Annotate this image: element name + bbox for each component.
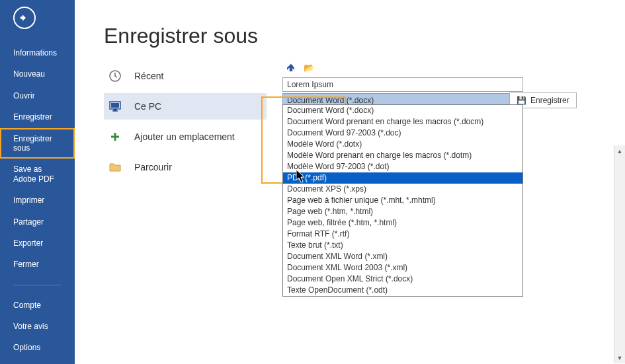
sidebar-item-9[interactable]: Fermer	[0, 254, 75, 275]
sidebar-divider	[13, 285, 62, 285]
save-disk-icon: 💾	[517, 96, 526, 105]
sidebar-item-7[interactable]: Partager	[0, 211, 75, 233]
format-option-0[interactable]: Document Word (*.docx)	[283, 105, 522, 116]
path-toolbar: 🡹 📂	[282, 63, 580, 73]
format-dropdown-list: Document Word (*.docx)Document Word pren…	[282, 104, 523, 297]
folder-open-icon[interactable]: 📂	[304, 63, 314, 73]
sidebar-lower-item-1[interactable]: Votre avis	[0, 316, 75, 337]
location-label: Parcourir	[134, 162, 172, 172]
clock-icon	[106, 69, 124, 83]
format-option-3[interactable]: Modèle Word (*.dotx)	[283, 139, 522, 150]
location-row-2[interactable]: Ajouter un emplacement	[104, 124, 267, 150]
format-option-6[interactable]: PDF (*.pdf)	[283, 172, 522, 184]
back-button[interactable]	[13, 7, 36, 29]
location-row-0[interactable]: Récent	[104, 63, 267, 89]
monitor-icon	[106, 100, 124, 113]
sidebar-lower-item-0[interactable]: Compte	[0, 295, 75, 316]
locations-panel: RécentCe PCAjouter un emplacementParcour…	[104, 63, 267, 180]
filename-input[interactable]: Lorem Ipsum	[282, 77, 523, 92]
format-option-11[interactable]: Format RTF (*.rtf)	[283, 229, 522, 240]
format-option-12[interactable]: Texte brut (*.txt)	[283, 240, 522, 251]
format-option-14[interactable]: Document XML Word 2003 (*.xml)	[283, 262, 522, 273]
sidebar-item-4[interactable]: Enregistrer sous	[0, 128, 75, 159]
plus-icon	[106, 130, 124, 143]
sidebar-lower-item-2[interactable]: Options	[0, 337, 75, 358]
format-option-10[interactable]: Page web, filtrée (*.htm, *.html)	[283, 217, 522, 229]
sidebar-item-1[interactable]: Nouveau	[0, 63, 75, 85]
sidebar-item-8[interactable]: Exporter	[0, 233, 75, 254]
scroll-down-icon[interactable]: ▼	[614, 352, 625, 363]
location-row-1[interactable]: Ce PC	[104, 93, 267, 120]
save-button-label: Enregistrer	[530, 96, 569, 105]
scroll-up-icon[interactable]: ▲	[614, 145, 625, 157]
format-option-5[interactable]: Modèle Word 97-2003 (*.dot)	[283, 161, 522, 172]
location-label: Ce PC	[134, 101, 161, 112]
format-option-2[interactable]: Document Word 97-2003 (*.doc)	[283, 127, 522, 139]
format-option-15[interactable]: Document Open XML Strict (*.docx)	[283, 273, 522, 285]
folder-icon	[106, 161, 124, 174]
up-arrow-icon[interactable]: 🡹	[286, 63, 296, 73]
format-option-16[interactable]: Texte OpenDocument (*.odt)	[283, 285, 522, 296]
sidebar-item-3[interactable]: Enregistrer	[0, 106, 75, 127]
location-label: Récent	[134, 71, 163, 81]
page: Enregistrer sous RécentCe PCAjouter un e…	[75, 0, 625, 364]
sidebar: InformationsNouveauOuvrirEnregistrerEnre…	[0, 0, 75, 364]
location-row-3[interactable]: Parcourir	[104, 154, 267, 180]
sidebar-item-0[interactable]: Informations	[0, 42, 75, 63]
format-option-7[interactable]: Document XPS (*.xps)	[283, 184, 522, 195]
back-arrow-icon	[19, 13, 30, 23]
sidebar-item-6[interactable]: Imprimer	[0, 190, 75, 211]
page-title: Enregistrer sous	[104, 24, 625, 48]
sidebar-item-2[interactable]: Ouvrir	[0, 85, 75, 106]
sidebar-item-5[interactable]: Save as Adobe PDF	[0, 159, 75, 190]
scrollbar[interactable]: ▲ ▼	[614, 145, 625, 363]
svg-rect-2	[111, 103, 119, 108]
location-label: Ajouter un emplacement	[134, 131, 235, 142]
format-option-1[interactable]: Document Word prenant en charge les macr…	[283, 116, 522, 127]
format-option-9[interactable]: Page web (*.htm, *.html)	[283, 206, 522, 217]
format-option-4[interactable]: Modèle Word prenant en charge les macros…	[283, 150, 522, 161]
format-option-13[interactable]: Document XML Word (*.xml)	[283, 251, 522, 262]
format-option-8[interactable]: Page web à fichier unique (*.mht, *.mhtm…	[283, 195, 522, 206]
